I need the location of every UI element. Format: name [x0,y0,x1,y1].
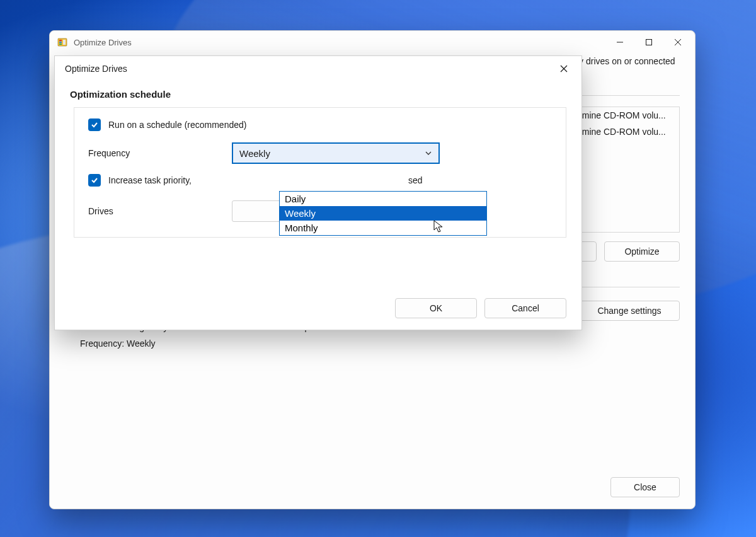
app-icon [57,37,67,47]
change-settings-button[interactable]: Change settings [579,301,680,321]
frequency-label: Frequency [88,148,232,158]
minimize-button[interactable] [605,32,634,52]
chevron-down-icon [425,148,432,159]
optimize-button[interactable]: Optimize [604,241,680,262]
drives-label: Drives [88,206,232,216]
window-titlebar: Optimize Drives [50,31,695,54]
svg-rect-6 [646,40,652,45]
mouse-cursor-icon [433,220,446,236]
close-button[interactable] [663,32,692,52]
svg-marker-11 [434,221,442,232]
schedule-dialog: Optimize Drives Optimization schedule Ru… [54,55,582,330]
frequency-option-weekly[interactable]: Weekly [280,206,486,221]
run-schedule-label: Run on a schedule (recommended) [108,120,246,130]
increase-priority-checkbox[interactable] [88,174,101,187]
svg-rect-1 [59,40,62,41]
frequency-select[interactable]: Weekly [232,142,440,164]
schedule-section-title: Optimization schedule [70,89,566,100]
svg-rect-2 [59,42,62,43]
svg-rect-4 [63,40,66,45]
cancel-button[interactable]: Cancel [484,298,566,318]
dialog-titlebar: Optimize Drives [55,56,581,81]
dialog-close-button[interactable] [551,59,576,79]
run-schedule-checkbox[interactable] [88,118,101,131]
frequency-option-monthly[interactable]: Monthly [280,221,486,235]
dialog-title: Optimize Drives [65,64,127,74]
frequency-option-daily[interactable]: Daily [280,192,486,206]
maximize-button[interactable] [634,32,663,52]
priority-tail-text: sed [408,175,423,185]
frequency-dropdown[interactable]: Daily Weekly Monthly [279,191,487,236]
schedule-frequency: Frequency: Weekly [80,335,677,352]
increase-priority-label: Increase task priority, [108,175,192,185]
svg-rect-3 [59,43,62,45]
ok-button[interactable]: OK [395,298,477,318]
close-main-button[interactable]: Close [610,477,680,497]
frequency-value: Weekly [239,148,270,159]
window-title: Optimize Drives [74,38,132,47]
